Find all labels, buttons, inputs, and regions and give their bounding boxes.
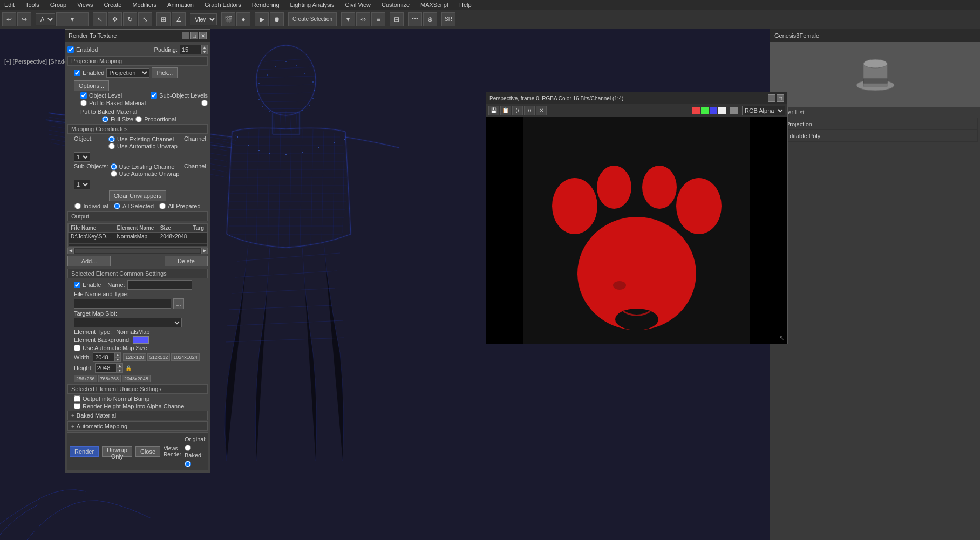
frame-copy-btn[interactable]: 📋: [500, 106, 511, 115]
put-baked-sub-radio[interactable]: [201, 100, 208, 106]
sub-obj-check[interactable]: [151, 92, 157, 99]
bg-color-swatch[interactable]: [133, 336, 149, 344]
play-btn[interactable]: ▶: [255, 12, 269, 26]
move-btn[interactable]: ✥: [108, 12, 122, 26]
render-height-check[interactable]: [74, 403, 80, 409]
proj-enabled-check[interactable]: [74, 70, 80, 76]
menu-group[interactable]: Group: [48, 2, 69, 8]
clear-unwrappers-btn[interactable]: Clear Unwrappers: [109, 190, 167, 201]
blue-channel-btn[interactable]: [710, 107, 717, 114]
undo-btn[interactable]: ↩: [2, 12, 16, 26]
full-size-radio[interactable]: [102, 116, 108, 122]
menu-views[interactable]: Views: [75, 2, 95, 8]
width-input[interactable]: [93, 352, 114, 362]
height-768-btn[interactable]: 768x768: [98, 375, 121, 382]
all-prepared-radio[interactable]: [159, 203, 166, 209]
menu-civil-view[interactable]: Civil View: [343, 2, 373, 8]
padding-input[interactable]: 15: [180, 45, 201, 54]
modifier-editable-poly[interactable]: Editable Poly: [773, 130, 977, 142]
use-existing-obj-radio[interactable]: [108, 136, 115, 142]
render-btn[interactable]: 🎬: [221, 12, 235, 26]
rtt-titlebar[interactable]: Render To Texture − □ ✕: [65, 30, 210, 42]
sr-btn[interactable]: SR: [441, 12, 455, 26]
mirror-btn[interactable]: ⇔: [356, 12, 370, 26]
close-dialog-btn[interactable]: Close: [135, 446, 160, 457]
padding-up[interactable]: ▲: [201, 45, 208, 50]
frame-prev-btn[interactable]: ⟨⟨: [512, 106, 523, 115]
redo-btn[interactable]: ↪: [17, 12, 31, 26]
modifier-projection[interactable]: Projection: [773, 118, 977, 130]
use-auto-sub-radio[interactable]: [111, 170, 117, 177]
red-channel-btn[interactable]: [692, 107, 700, 114]
menu-create[interactable]: Create: [101, 2, 124, 8]
record-btn[interactable]: ⏺: [270, 12, 284, 26]
frame-save-btn[interactable]: 💾: [488, 106, 499, 115]
alpha-channel-btn[interactable]: [718, 107, 726, 114]
select-by-name-btn[interactable]: ▾: [56, 12, 89, 26]
all-selected-radio[interactable]: [114, 203, 120, 209]
proj-type-select[interactable]: Projection: [106, 68, 149, 78]
create-selection-btn[interactable]: Create Selection: [288, 12, 337, 26]
material-btn[interactable]: ●: [236, 12, 250, 26]
green-channel-btn[interactable]: [701, 107, 709, 114]
schematic-btn[interactable]: ⊕: [423, 12, 437, 26]
output-normal-bump-check[interactable]: [74, 395, 80, 402]
use-existing-sub-radio[interactable]: [111, 163, 117, 170]
height-up[interactable]: ▲: [117, 363, 123, 368]
menu-help[interactable]: Help: [457, 2, 474, 8]
height-256-btn[interactable]: 256x256: [74, 375, 97, 382]
unwrap-only-btn[interactable]: Unwrap Only: [102, 446, 132, 457]
menu-maxscript[interactable]: MAXScript: [418, 2, 451, 8]
delete-btn[interactable]: Delete: [165, 256, 208, 266]
rtt-close-btn[interactable]: ✕: [199, 32, 207, 39]
scroll-left-btn[interactable]: ◀: [67, 248, 74, 254]
menu-customize[interactable]: Customize: [379, 2, 412, 8]
rtt-minimize-btn[interactable]: −: [182, 32, 189, 39]
file-browse-btn[interactable]: ...: [173, 298, 184, 309]
frame-close-btn[interactable]: ✕: [536, 106, 547, 115]
individual-radio[interactable]: [74, 203, 81, 209]
selection-dropdown[interactable]: All: [36, 13, 55, 25]
pick-btn[interactable]: Pick...: [152, 67, 178, 78]
rotate-btn[interactable]: ↻: [123, 12, 137, 26]
original-radio[interactable]: [185, 445, 191, 451]
channel-obj-select[interactable]: 1: [74, 152, 90, 162]
obj-level-check[interactable]: [80, 92, 87, 99]
align-btn[interactable]: ≡: [371, 12, 385, 26]
proportional-radio[interactable]: [135, 116, 142, 122]
frame-restore-btn[interactable]: □: [777, 94, 784, 102]
table-hscrollbar[interactable]: ◀ ▶: [67, 247, 208, 254]
menu-animation[interactable]: Animation: [165, 2, 196, 8]
snap-toggle-btn[interactable]: ⊞: [156, 12, 171, 26]
menu-graph-editors[interactable]: Graph Editors: [202, 2, 243, 8]
put-baked-obj-radio[interactable]: [80, 100, 87, 106]
snap-angle-btn[interactable]: ∠: [172, 12, 186, 26]
baked-radio[interactable]: [185, 461, 191, 467]
target-map-select[interactable]: [74, 318, 182, 327]
rtt-restore-btn[interactable]: □: [190, 32, 198, 39]
padding-down[interactable]: ▼: [201, 50, 208, 54]
menu-lighting[interactable]: Lighting Analysis: [288, 2, 337, 8]
automatic-mapping-section[interactable]: + Automatic Mapping: [67, 421, 208, 431]
frame-next-btn[interactable]: ⟩⟩: [524, 106, 535, 115]
frame-minimize-btn[interactable]: —: [768, 94, 775, 102]
height-2048-btn[interactable]: 2048x2048: [122, 375, 151, 382]
width-up[interactable]: ▲: [114, 352, 121, 357]
select-object-btn[interactable]: ↖: [93, 12, 107, 26]
channel-sub-select[interactable]: 1: [74, 180, 90, 189]
named-sel-btn[interactable]: ▾: [341, 12, 355, 26]
baked-material-section[interactable]: + Baked Material: [67, 411, 208, 420]
mono-btn[interactable]: [730, 107, 738, 114]
view-dropdown[interactable]: View: [190, 13, 217, 25]
options-btn[interactable]: Options...: [74, 80, 109, 91]
lock-icon[interactable]: 🔒: [125, 365, 132, 371]
width-512-btn[interactable]: 512x512: [147, 353, 171, 361]
menu-edit[interactable]: Edit: [2, 2, 17, 8]
width-128-btn[interactable]: 128x128: [123, 353, 146, 361]
scale-btn[interactable]: ⤡: [138, 12, 152, 26]
menu-rendering[interactable]: Rendering: [250, 2, 282, 8]
menu-tools[interactable]: Tools: [23, 2, 42, 8]
add-btn[interactable]: Add...: [67, 256, 111, 266]
file-name-input[interactable]: D:\Job\Key\SDM\kalendar\2019\p: [74, 299, 171, 309]
table-row-empty-2[interactable]: [69, 244, 207, 247]
